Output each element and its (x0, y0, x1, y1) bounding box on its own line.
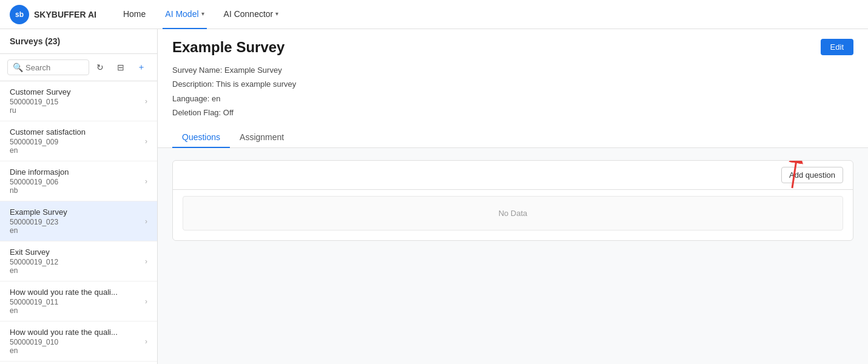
sidebar-item-customer-satisfaction[interactable]: Customer satisfaction 50000019_009 en › (0, 121, 157, 161)
sidebar: Surveys (23) 🔍 ↻ ⊟ ＋ Customer Survey 500… (0, 29, 158, 364)
tabs-row: Questions Assignment (172, 127, 853, 147)
questions-toolbar: Add question (173, 161, 853, 190)
nav-ai-connector[interactable]: AI Connector ▾ (221, 0, 281, 29)
deletion-flag-value: Off (223, 108, 234, 117)
sidebar-header: Surveys (23) (0, 29, 157, 54)
chevron-right-icon: › (145, 217, 147, 226)
survey-name-value: Example Survey (224, 66, 282, 75)
language-label: Language: (172, 94, 209, 103)
chevron-down-icon: ▾ (201, 10, 204, 17)
sidebar-list: Customer Survey 50000019_015 ru › Custom… (0, 81, 157, 364)
chevron-right-icon: › (145, 97, 147, 106)
logo-text: SKYBUFFER AI (34, 10, 96, 19)
language-line: Language: en (172, 92, 853, 106)
description-line: Description: This is example survey (172, 77, 853, 91)
chevron-right-icon: › (145, 297, 147, 306)
tab-questions[interactable]: Questions (172, 127, 230, 148)
search-input[interactable] (25, 63, 84, 72)
sidebar-item-how-rate-1[interactable]: How would you rate the quali... 50000019… (0, 281, 157, 322)
add-question-button[interactable]: Add question (781, 167, 843, 183)
edit-button[interactable]: Edit (821, 39, 853, 55)
deletion-flag-label: Deletion Flag: (172, 108, 221, 117)
sidebar-item-customer-survey[interactable]: Customer Survey 50000019_015 ru › (0, 81, 157, 121)
filter-button[interactable]: ⊟ (112, 59, 129, 76)
chevron-right-icon: › (145, 257, 147, 266)
logo-area: sb SKYBUFFER AI (10, 5, 96, 24)
topbar: sb SKYBUFFER AI Home AI Model ▾ AI Conne… (0, 0, 868, 29)
deletion-flag-line: Deletion Flag: Off (172, 106, 853, 120)
chevron-right-icon: › (145, 137, 147, 146)
sidebar-actions: ↻ ⊟ ＋ (92, 59, 150, 76)
tab-assignment[interactable]: Assignment (230, 127, 294, 148)
survey-name-line: Survey Name: Example Survey (172, 63, 853, 77)
search-input-wrap[interactable]: 🔍 (7, 59, 89, 75)
search-icon: 🔍 (13, 62, 23, 72)
description-value: This is example survey (216, 79, 296, 89)
sidebar-item-example-survey[interactable]: Example Survey 50000019_023 en › (0, 201, 157, 241)
add-button[interactable]: ＋ (133, 59, 150, 76)
questions-panel: Add question No Data (172, 160, 853, 241)
content-body: Add question No Data (158, 148, 868, 364)
page-title: Example Survey (172, 39, 284, 56)
logo-icon: sb (10, 5, 29, 24)
nav-home[interactable]: Home (121, 0, 148, 29)
content-meta: Survey Name: Example Survey Description:… (172, 63, 853, 120)
main-layout: Surveys (23) 🔍 ↻ ⊟ ＋ Customer Survey 500… (0, 29, 868, 364)
content-area: Example Survey Edit Survey Name: Example… (158, 29, 868, 364)
chevron-right-icon: › (145, 337, 147, 346)
refresh-button[interactable]: ↻ (92, 59, 109, 76)
chevron-down-icon: ▾ (275, 10, 278, 17)
sidebar-item-dine-informasjon[interactable]: Dine informasjon 50000019_006 nb › (0, 161, 157, 201)
content-title-row: Example Survey Edit (172, 39, 853, 56)
survey-name-label: Survey Name: (172, 66, 222, 75)
language-value: en (212, 94, 220, 103)
chevron-right-icon: › (145, 177, 147, 186)
content-header: Example Survey Edit Survey Name: Example… (158, 29, 868, 148)
sidebar-search-area: 🔍 ↻ ⊟ ＋ (0, 54, 157, 81)
sidebar-item-how-rate-2[interactable]: How would you rate the quali... 50000019… (0, 322, 157, 362)
no-data-message: No Data (183, 196, 843, 231)
nav-ai-model[interactable]: AI Model ▾ (163, 0, 206, 29)
description-label: Description: (172, 79, 214, 89)
sidebar-item-exit-survey[interactable]: Exit Survey 50000019_012 en › (0, 241, 157, 281)
